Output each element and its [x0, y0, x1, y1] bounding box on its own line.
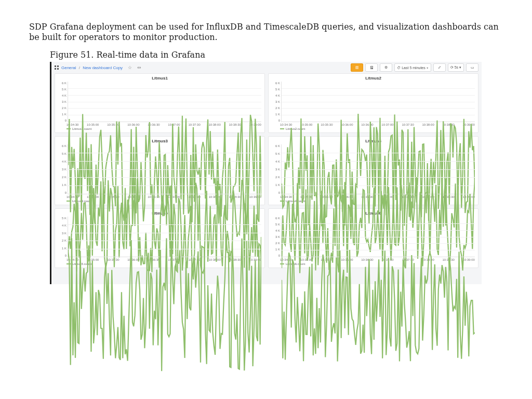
crumb-separator: /: [79, 65, 80, 70]
panel-litmus5[interactable]: Litmus5 5 K4 K3 K2 K1 K0 10:34:3010:35:0…: [55, 208, 265, 268]
panel-litmus6[interactable]: Litmus6 6 K5 K4 K3 K2 K1 K0 10:34:3010:3…: [268, 208, 478, 268]
y-axis-ticks: 6 K5 K4 K3 K2 K1 K0: [58, 144, 68, 194]
tv-mode-button[interactable]: ▭: [466, 63, 478, 72]
plot-area: [68, 217, 261, 257]
y-axis-ticks: 5 K4 K3 K2 K1 K0: [58, 217, 68, 257]
figure-caption: Figure 51. Real-time data in Grafana: [50, 50, 503, 60]
chart-plot: 6 K5 K4 K3 K2 K1 K0: [272, 82, 475, 122]
breadcrumb: General / New dashboard Copy: [61, 65, 123, 70]
zoom-out-button[interactable]: ⤢: [433, 63, 446, 72]
panel-litmus3[interactable]: Litmus3 6 K5 K4 K3 K2 K1 K0 10:34:3010:3…: [55, 136, 265, 205]
y-axis-ticks: 6 K5 K4 K3 K2 K1 K0: [272, 144, 281, 194]
panel-grid: Litmus1 6 K5 K4 K3 K2 K1 K0 10:34:3010:3…: [51, 73, 482, 274]
crumb-root-link[interactable]: General: [61, 65, 76, 70]
time-range-picker[interactable]: ⏱ Last 5 minutes ▾: [394, 63, 431, 72]
plot-area: [68, 82, 261, 122]
star-icon[interactable]: ☆: [128, 65, 132, 70]
dashboard-grid-icon[interactable]: [55, 65, 59, 70]
chart-plot: 6 K5 K4 K3 K2 K1 K0: [272, 217, 475, 257]
panel-litmus2[interactable]: Litmus2 6 K5 K4 K3 K2 K1 K0 10:34:3010:3…: [268, 73, 478, 133]
panel-title: Litmus2: [272, 75, 475, 82]
grafana-toolbar: General / New dashboard Copy ☆ ⇔ ▥ 🖫 ⚙ ⏱…: [51, 62, 482, 73]
y-axis-ticks: 6 K5 K4 K3 K2 K1 K0: [272, 82, 281, 122]
crumb-page-link[interactable]: New dashboard Copy: [83, 65, 123, 70]
plot-area: [281, 217, 475, 257]
plot-area: [281, 144, 475, 194]
panel-title: Litmus1: [58, 75, 261, 82]
chart-plot: 6 K5 K4 K3 K2 K1 K0: [58, 82, 261, 122]
panel-litmus4[interactable]: Litmus4 6 K5 K4 K3 K2 K1 K0 10:34:3010:3…: [268, 136, 478, 205]
y-axis-ticks: 6 K5 K4 K3 K2 K1 K0: [58, 82, 68, 122]
chart-plot: 6 K5 K4 K3 K2 K1 K0: [58, 144, 261, 194]
save-button[interactable]: 🖫: [365, 63, 378, 72]
plot-area: [281, 82, 475, 122]
chart-plot: 5 K4 K3 K2 K1 K0: [58, 217, 261, 257]
settings-button[interactable]: ⚙: [380, 63, 392, 72]
share-icon[interactable]: ⇔: [137, 65, 141, 70]
y-axis-ticks: 6 K5 K4 K3 K2 K1 K0: [272, 217, 281, 257]
grafana-screenshot: General / New dashboard Copy ☆ ⇔ ▥ 🖫 ⚙ ⏱…: [50, 62, 482, 284]
add-panel-button[interactable]: ▥: [351, 63, 363, 72]
refresh-picker[interactable]: ⟳ 5s ▾: [448, 63, 464, 72]
intro-paragraph: SDP Grafana deployment can be used for I…: [29, 22, 503, 43]
chart-plot: 6 K5 K4 K3 K2 K1 K0: [272, 144, 475, 194]
panel-litmus1[interactable]: Litmus1 6 K5 K4 K3 K2 K1 K0 10:34:3010:3…: [55, 73, 265, 133]
plot-area: [68, 144, 261, 194]
